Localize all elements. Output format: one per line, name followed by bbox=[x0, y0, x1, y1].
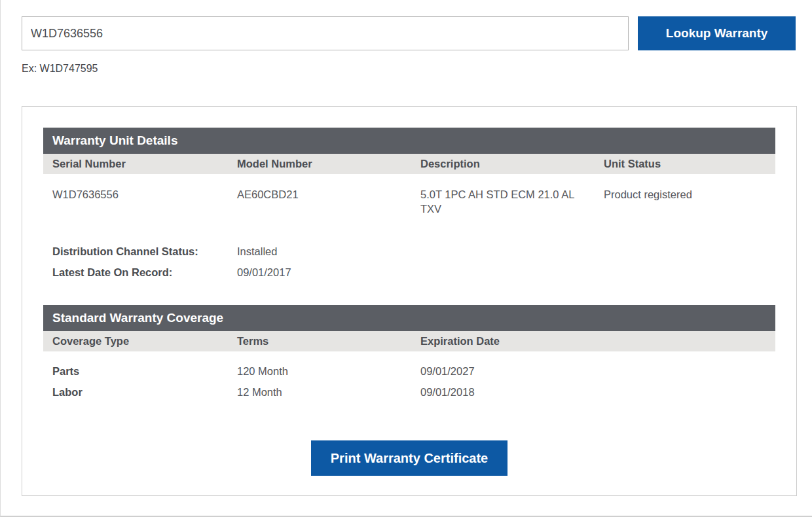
terms-value: 12 Month bbox=[228, 382, 411, 402]
serial-number-input[interactable] bbox=[22, 16, 629, 50]
coverage-row-parts: Parts 120 Month 09/01/2027 bbox=[43, 361, 775, 382]
latest-date-on-record-row: Latest Date On Record: 09/01/2017 bbox=[43, 262, 775, 283]
print-warranty-certificate-button[interactable]: Print Warranty Certificate bbox=[311, 440, 507, 476]
distribution-channel-status-label: Distribution Channel Status: bbox=[43, 241, 228, 262]
coverage-section-header: Standard Warranty Coverage bbox=[43, 305, 775, 331]
unit-details-row: W1D7636556 AE60CBD21 5.0T 1PC AH STD ECM… bbox=[43, 187, 775, 216]
expiration-date-value: 09/01/2018 bbox=[411, 382, 775, 402]
column-header-coverage-type: Coverage Type bbox=[43, 332, 228, 350]
expiration-date-value: 09/01/2027 bbox=[411, 361, 775, 382]
serial-number-value: W1D7636556 bbox=[43, 187, 228, 216]
lookup-warranty-button[interactable]: Lookup Warranty bbox=[638, 16, 796, 50]
search-section: Lookup Warranty Ex: W1D747595 bbox=[1, 0, 812, 75]
column-header-description: Description bbox=[411, 155, 595, 173]
print-button-container: Print Warranty Certificate bbox=[43, 440, 775, 476]
unit-status-details: Distribution Channel Status: Installed L… bbox=[43, 241, 775, 283]
coverage-column-headers: Coverage Type Terms Expiration Date bbox=[43, 331, 775, 351]
coverage-rows: Parts 120 Month 09/01/2027 Labor 12 Mont… bbox=[43, 361, 775, 402]
distribution-channel-status-value: Installed bbox=[228, 241, 411, 262]
terms-value: 120 Month bbox=[228, 361, 411, 382]
model-number-value: AE60CBD21 bbox=[228, 187, 411, 216]
unit-details-section-header: Warranty Unit Details bbox=[43, 128, 775, 154]
column-header-model-number: Model Number bbox=[228, 155, 411, 173]
coverage-type-value: Labor bbox=[43, 382, 228, 402]
column-header-unit-status: Unit Status bbox=[595, 155, 775, 173]
latest-date-on-record-value: 09/01/2017 bbox=[228, 262, 411, 283]
column-header-terms: Terms bbox=[228, 332, 411, 350]
serial-example-hint: Ex: W1D747595 bbox=[22, 63, 796, 75]
unit-status-value: Product registered bbox=[595, 187, 775, 216]
coverage-type-value: Parts bbox=[43, 361, 228, 382]
warranty-lookup-page: Lookup Warranty Ex: W1D747595 Warranty U… bbox=[0, 0, 812, 517]
unit-details-column-headers: Serial Number Model Number Description U… bbox=[43, 154, 775, 174]
distribution-channel-status-row: Distribution Channel Status: Installed bbox=[43, 241, 775, 262]
description-value: 5.0T 1PC AH STD ECM 21.0 AL TXV bbox=[411, 187, 587, 216]
search-row: Lookup Warranty bbox=[22, 16, 796, 50]
column-header-expiration-date: Expiration Date bbox=[411, 332, 775, 350]
column-header-serial-number: Serial Number bbox=[43, 155, 228, 173]
warranty-result-card: Warranty Unit Details Serial Number Mode… bbox=[22, 106, 797, 496]
latest-date-on-record-label: Latest Date On Record: bbox=[43, 262, 228, 283]
coverage-row-labor: Labor 12 Month 09/01/2018 bbox=[43, 382, 775, 402]
